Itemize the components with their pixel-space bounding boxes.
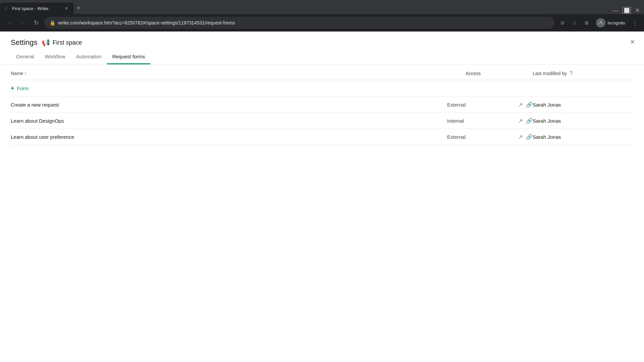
- help-icon[interactable]: ?: [570, 70, 573, 76]
- external-link-icon[interactable]: ↗: [518, 118, 523, 124]
- tab-favicon: ✓: [4, 6, 9, 11]
- bookmark-icon[interactable]: ☆: [569, 17, 580, 28]
- column-modified-label: Last modified by: [533, 71, 567, 76]
- external-link-icon[interactable]: ↗: [518, 102, 523, 108]
- column-modified: Last modified by ?: [533, 70, 633, 76]
- settings-close-button[interactable]: ×: [629, 37, 636, 47]
- column-access-label: Access: [466, 71, 481, 76]
- page-content: Settings 📢 First space × General Workflo…: [0, 32, 644, 362]
- row-modified: Sarah Jonas: [533, 102, 633, 108]
- table-row[interactable]: Learn about DesignOps Internal ↗ 🔗 Sarah…: [11, 113, 633, 129]
- new-tab-button[interactable]: +: [74, 3, 83, 13]
- settings-title: Settings: [11, 38, 38, 47]
- row-access: External: [447, 134, 514, 140]
- forward-button[interactable]: →: [17, 17, 28, 28]
- camera-off-icon[interactable]: ⊘: [557, 17, 568, 28]
- address-url: wrike.com/workspace.htm?acc=6250782#/spa…: [58, 20, 549, 25]
- row-access: Internal: [447, 118, 514, 124]
- more-options-icon[interactable]: ⋮: [629, 17, 640, 28]
- table-row[interactable]: Learn about user preference External ↗ 🔗…: [11, 129, 633, 145]
- browser-tab-active[interactable]: ✓ First space - Wrike ×: [0, 3, 74, 14]
- external-link-icon[interactable]: ↗: [518, 134, 523, 140]
- tab-request-forms[interactable]: Request forms: [107, 50, 151, 64]
- minimize-button[interactable]: —: [612, 7, 619, 14]
- address-bar[interactable]: 🔒 wrike.com/workspace.htm?acc=6250782#/s…: [44, 17, 554, 29]
- space-icon: 📢: [42, 39, 50, 47]
- row-name: Learn about DesignOps: [11, 118, 447, 124]
- copy-link-icon[interactable]: 🔗: [526, 118, 533, 124]
- copy-link-icon[interactable]: 🔗: [526, 102, 533, 108]
- sort-arrow-icon[interactable]: ↑: [24, 71, 26, 76]
- lock-icon: 🔒: [50, 20, 55, 25]
- incognito-icon: [596, 18, 605, 27]
- row-action-icons: ↗ 🔗: [518, 102, 533, 108]
- copy-link-icon[interactable]: 🔗: [526, 134, 533, 140]
- row-modified: Sarah Jonas: [533, 134, 633, 140]
- row-action-icons: ↗ 🔗: [518, 134, 533, 140]
- table-row[interactable]: Create a new request External ↗ 🔗 Sarah …: [11, 97, 633, 113]
- add-icon: +: [11, 85, 14, 92]
- row-name: Learn about user preference: [11, 134, 447, 140]
- tab-automation[interactable]: Automation: [71, 50, 107, 64]
- browser-chrome: ✓ First space - Wrike × + — ⬜ ✕ ← → ↻ 🔒 …: [0, 0, 644, 32]
- incognito-button[interactable]: Incognito: [593, 17, 628, 29]
- nav-bar: ← → ↻ 🔒 wrike.com/workspace.htm?acc=6250…: [0, 14, 644, 32]
- settings-header: Settings 📢 First space ×: [0, 32, 644, 47]
- row-name: Create a new request: [11, 102, 447, 108]
- column-name-label: Name: [11, 71, 23, 76]
- table-header: Name ↑ Access Last modified by ?: [11, 67, 633, 80]
- column-access: Access: [466, 70, 533, 76]
- restore-button[interactable]: ⬜: [623, 7, 631, 14]
- tab-general[interactable]: General: [11, 50, 39, 64]
- settings-tabs: General Workflow Automation Request form…: [0, 50, 644, 64]
- add-form-button[interactable]: + Form: [11, 80, 633, 97]
- column-name: Name ↑: [11, 71, 466, 76]
- space-badge: 📢 First space: [42, 39, 82, 47]
- row-access: External: [447, 102, 514, 108]
- back-button[interactable]: ←: [4, 17, 15, 28]
- nav-icons: ⊘ ☆ ⊞ Incognito ⋮: [557, 17, 640, 29]
- space-name: First space: [53, 39, 82, 46]
- row-action-icons: ↗ 🔗: [518, 118, 533, 124]
- tab-bar: ✓ First space - Wrike × + — ⬜ ✕: [0, 0, 644, 14]
- tab-workflow[interactable]: Workflow: [39, 50, 70, 64]
- split-screen-icon[interactable]: ⊞: [581, 17, 592, 28]
- reload-button[interactable]: ↻: [31, 17, 42, 28]
- add-form-label: Form: [17, 85, 29, 91]
- row-modified: Sarah Jonas: [533, 118, 633, 124]
- tab-close-button[interactable]: ×: [63, 5, 70, 12]
- request-forms-table: Name ↑ Access Last modified by ? + Form …: [0, 67, 644, 145]
- incognito-label: Incognito: [607, 20, 625, 25]
- tab-title: First space - Wrike: [12, 6, 60, 11]
- window-close-button[interactable]: ✕: [635, 7, 640, 14]
